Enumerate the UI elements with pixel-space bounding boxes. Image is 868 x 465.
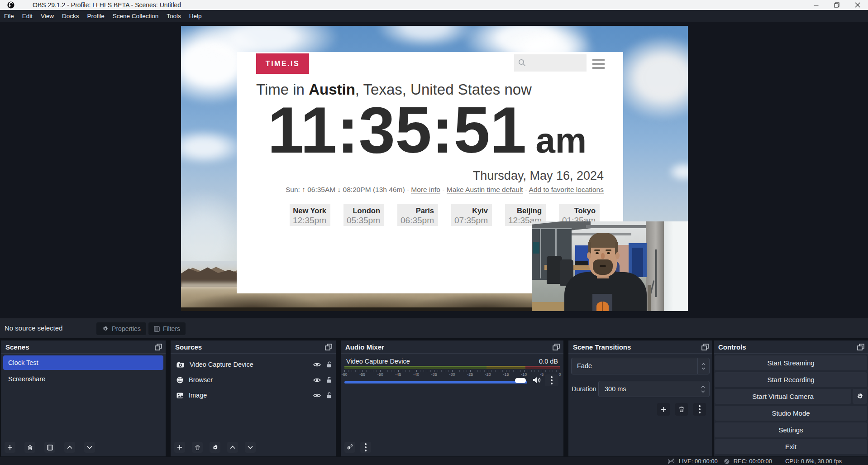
hamburger-menu-icon [592,59,605,71]
audio-mixer-panel: Audio Mixer Video Capture Device 0.0 dB … [341,340,563,456]
menu-edit[interactable]: Edit [18,13,37,19]
add-transition-button[interactable] [657,403,670,416]
transition-menu-button[interactable] [693,403,706,416]
stream-inactive-icon [667,458,675,464]
properties-button[interactable]: Properties [96,322,146,335]
unlock-icon[interactable] [326,392,332,398]
cloud [376,26,475,48]
scene-transitions-panel: Scene Transitions Fade Duration 300 ms [568,340,712,456]
popout-icon[interactable] [325,344,332,350]
search-icon [518,59,526,67]
title-bar: OBS 29.1.2 - Profile: LLHLS BETA - Scene… [0,0,868,10]
volume-slider-handle[interactable] [515,378,526,383]
virtual-camera-settings-button[interactable] [853,389,867,404]
unlock-icon[interactable] [326,377,332,383]
remove-source-button[interactable] [192,442,203,453]
filters-button[interactable]: Filters [148,322,186,335]
advanced-audio-button[interactable] [344,442,355,453]
scenes-panel: Scenes Clock Test Screenshare [1,340,166,456]
window-title: OBS 29.1.2 - Profile: LLHLS BETA - Scene… [33,1,181,9]
city-box: New York12:35pm [290,204,330,226]
record-inactive-icon [724,458,730,465]
webcam-source [532,221,688,311]
transition-select[interactable]: Fade [571,358,710,374]
controls-panel: Controls Start Streaming Start Recording… [714,340,868,456]
preview-canvas[interactable]: TIME.IS Time in Austin, Texas, United St… [181,26,688,311]
speaker-icon[interactable] [533,377,541,384]
eye-icon[interactable] [313,362,321,367]
close-button[interactable] [847,0,868,10]
studio-mode-button[interactable]: Studio Mode [715,406,867,421]
eye-icon[interactable] [313,393,321,398]
popout-icon[interactable] [553,344,560,350]
menu-view[interactable]: View [37,13,58,19]
scene-up-button[interactable] [64,442,75,453]
obs-logo-icon [7,1,14,9]
cpu-stats: CPU: 0.6%, 30.00 fps [785,458,842,465]
sources-header[interactable]: Sources [171,340,336,354]
controls-header[interactable]: Controls [714,340,868,354]
meter-ticks [344,370,560,372]
minimize-button[interactable] [806,0,826,10]
duration-label: Duration [572,381,596,397]
start-virtual-camera-button[interactable]: Start Virtual Camera [715,389,851,404]
city-box: Kyiv07:35pm [451,204,492,226]
camera-icon [176,362,184,368]
start-streaming-button[interactable]: Start Streaming [715,355,867,370]
mixer-channel-menu-button[interactable] [545,374,558,386]
source-toolbar: No source selected Properties Filters [0,318,868,338]
remove-transition-button[interactable] [675,403,688,416]
sources-panel: Sources Video Capture Device Browser Ima… [171,340,336,456]
source-up-button[interactable] [227,442,238,453]
add-source-button[interactable] [174,442,185,453]
scene-down-button[interactable] [84,442,95,453]
mixer-menu-button[interactable] [360,442,371,453]
restore-button[interactable] [826,0,847,10]
volume-meter [344,366,560,369]
combo-arrows [697,358,709,374]
source-properties-button[interactable] [210,442,220,453]
timeis-sun-info: Sun: ↑ 06:35AM ↓ 08:20PM (13h 46m) - Mor… [286,186,604,194]
scene-item-screenshare[interactable]: Screenshare [3,372,163,386]
gear-icon [102,326,109,332]
settings-button[interactable]: Settings [715,422,867,437]
meter-tick-labels: -60-55-50-45-40-35-30-25-20-15-10-50 [344,372,560,378]
popout-icon[interactable] [857,344,864,350]
scene-filters-button[interactable] [44,442,55,453]
duration-spinbox[interactable]: 300 ms [598,381,710,397]
mixer-header[interactable]: Audio Mixer [341,340,563,354]
popout-icon[interactable] [701,344,709,350]
source-row-image[interactable]: Image [171,388,336,403]
spin-arrows[interactable] [701,381,705,397]
source-down-button[interactable] [245,442,256,453]
menu-file[interactable]: File [0,13,18,19]
cloud [668,162,688,182]
popout-icon[interactable] [155,344,162,350]
remove-scene-button[interactable] [24,442,35,453]
timeis-search-box [514,54,587,72]
status-bar: LIVE: 00:00:00 REC: 00:00:00 CPU: 0.6%, … [0,457,868,465]
source-row-browser[interactable]: Browser [171,372,336,388]
menu-bar: File Edit View Docks Profile Scene Colle… [0,10,868,22]
city-box: London05:35pm [343,204,384,226]
transitions-header[interactable]: Scene Transitions [568,340,712,354]
menu-tools[interactable]: Tools [162,13,185,19]
menu-docks[interactable]: Docks [58,13,83,19]
menu-help[interactable]: Help [185,13,206,19]
add-scene-button[interactable] [5,442,15,453]
scenes-header[interactable]: Scenes [1,340,166,354]
eye-icon[interactable] [313,378,321,383]
exit-button[interactable]: Exit [715,439,867,454]
menu-scene-collection[interactable]: Scene Collection [109,13,162,19]
volume-slider[interactable] [344,381,527,384]
globe-icon [176,377,183,384]
unlock-icon[interactable] [326,361,332,368]
cloud [181,129,244,165]
filter-icon [154,326,160,332]
live-status: LIVE: 00:00:00 [667,458,718,465]
source-row-video-capture[interactable]: Video Capture Device [171,357,336,372]
start-recording-button[interactable]: Start Recording [715,372,867,387]
source-status-text: No source selected [5,324,62,332]
scene-item-clock-test[interactable]: Clock Test [3,355,163,370]
menu-profile[interactable]: Profile [83,13,109,19]
